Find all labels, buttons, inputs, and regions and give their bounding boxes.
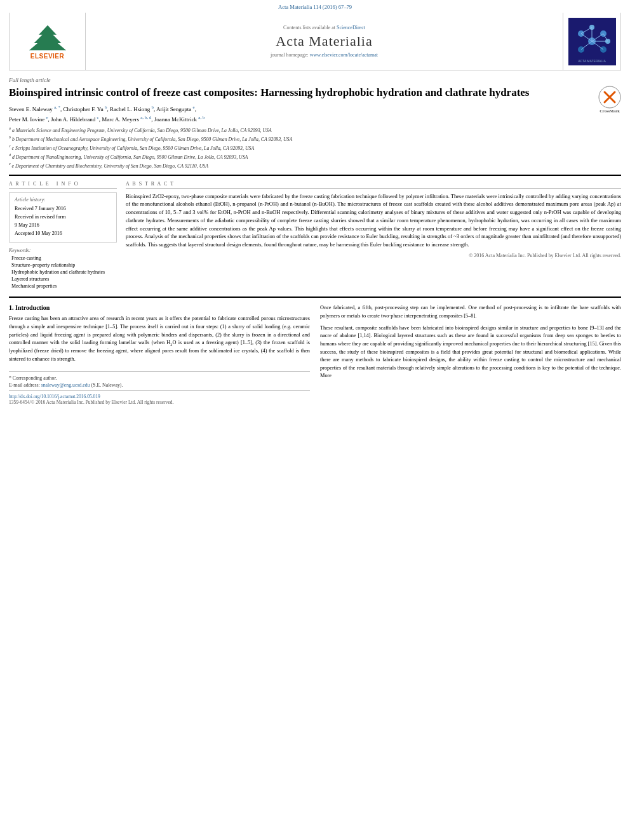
svg-text:ACTA MATERIALIA: ACTA MATERIALIA — [578, 59, 606, 63]
article-history-box: Article history: Received 7 January 2016… — [9, 192, 117, 243]
article-info-abstract-section: A R T I C L E I N F O Article history: R… — [9, 175, 621, 291]
keywords-label: Keywords: — [9, 248, 117, 253]
top-citation-text: Acta Materialia 114 (2016) 67–79 — [278, 4, 352, 10]
journal-name-section: Contents lists available at ScienceDirec… — [86, 13, 563, 70]
top-citation-bar: Acta Materialia 114 (2016) 67–79 — [0, 0, 630, 13]
revised-date: 9 May 2016 — [15, 222, 111, 229]
keywords-section: Keywords: Freeze-casting Structure–prope… — [9, 248, 117, 289]
abstract-text: Bioinspired ZrO2-epoxy, two-phase compos… — [126, 192, 621, 249]
left-column: A R T I C L E I N F O Article history: R… — [9, 181, 117, 291]
affiliation-e: e e Department of Chemistry and Biochemi… — [9, 161, 621, 170]
received-date: Received 7 January 2016 — [15, 205, 111, 212]
doi-line: http://dx.doi.org/10.1016/j.actamat.2016… — [9, 394, 310, 399]
main-content: Full length article Bioinspired intrinsi… — [9, 70, 621, 405]
journal-image-section: ACTA MATERIALIA — [563, 13, 620, 70]
affiliation-a: a a Materials Science and Engineering Pr… — [9, 126, 621, 134]
article-info-heading: A R T I C L E I N F O — [9, 181, 117, 189]
crossmark-label: CrossMark — [600, 109, 620, 114]
body-right-column: Once fabricated, a fifth, post-processin… — [320, 304, 621, 404]
bottom-meta: http://dx.doi.org/10.1016/j.actamat.2016… — [9, 390, 310, 405]
article-title-text: Bioinspired intrinsic control of freeze … — [9, 86, 529, 98]
keyword-2: Structure–property relationship — [9, 262, 117, 268]
affiliations-block: a a Materials Science and Engineering Pr… — [9, 126, 621, 169]
doi-link[interactable]: http://dx.doi.org/10.1016/j.actamat.2016… — [9, 394, 100, 399]
authors-text: Steven E. Naleway a, *, Christopher F. Y… — [9, 106, 196, 112]
abstract-heading: A B S T R A C T — [126, 181, 621, 189]
authors-text-2: Peter M. Iovine e, John A. Hildebrand c,… — [9, 116, 204, 123]
journal-header: ELSEVIER ELSEVIER Contents lists availab… — [9, 13, 621, 70]
keyword-5: Mechanical properties — [9, 283, 117, 289]
accepted-date: Accepted 10 May 2016 — [15, 230, 111, 237]
keyword-3: Hydrophobic hydration and clathrate hydr… — [9, 269, 117, 275]
copyright-line: © 2016 Acta Materialia Inc. Published by… — [126, 253, 621, 258]
keyword-1: Freeze-casting — [9, 255, 117, 261]
footnote-area: * Corresponding author. E-mail address: … — [9, 371, 310, 388]
right-column: A B S T R A C T Bioinspired ZrO2-epoxy, … — [126, 181, 621, 291]
elsevier-wordmark: ELSEVIER — [30, 53, 64, 60]
intro-title: 1. Introduction — [9, 304, 310, 311]
homepage-link[interactable]: www.elsevier.com/locate/actamat — [310, 52, 378, 58]
affiliation-d: d d Department of NanoEngineering, Unive… — [9, 152, 621, 161]
elsevier-logo-svg: ELSEVIER — [19, 23, 76, 51]
crossmark-badge[interactable]: CrossMark — [598, 86, 621, 114]
page-wrapper: Acta Materialia 114 (2016) 67–79 ELSEVIE… — [0, 0, 630, 840]
body-content: 1. Introduction Freeze casting has been … — [9, 297, 621, 404]
journal-homepage: journal homepage: www.elsevier.com/locat… — [271, 52, 378, 58]
article-type: Full length article — [9, 77, 621, 83]
corresponding-author-note: * Corresponding author. — [9, 375, 310, 381]
journal-cover-image: ACTA MATERIALIA — [568, 18, 616, 65]
sciencedirect-link[interactable]: ScienceDirect — [337, 25, 365, 30]
history-label: Article history: — [15, 197, 111, 203]
crossmark-icon — [598, 86, 621, 109]
contents-availability: Contents lists available at ScienceDirec… — [283, 25, 365, 30]
email-note: E-mail address: snaleway@eng.ucsd.edu (S… — [9, 382, 310, 388]
body-left-column: 1. Introduction Freeze casting has been … — [9, 304, 310, 404]
affiliation-b: b b Department of Mechanical and Aerospa… — [9, 135, 621, 143]
elsevier-logo-section: ELSEVIER ELSEVIER — [10, 13, 86, 70]
journal-title: Acta Materialia — [276, 33, 372, 50]
authors-line: Steven E. Naleway a, *, Christopher F. Y… — [9, 104, 621, 124]
email-link[interactable]: snaleway@eng.ucsd.edu — [41, 382, 90, 388]
intro-paragraph-1: Freeze casting has been an attractive ar… — [9, 315, 310, 363]
revised-label: Received in revised form — [15, 213, 111, 220]
keyword-4: Layered structures — [9, 276, 117, 282]
affiliation-c: c c Scripps Institution of Oceanography,… — [9, 143, 621, 152]
intro-paragraph-2: Once fabricated, a fifth, post-processin… — [320, 304, 621, 380]
article-title-block: Bioinspired intrinsic control of freeze … — [9, 86, 621, 99]
issn-line: 1359-6454/© 2016 Acta Materialia Inc. Pu… — [9, 399, 310, 405]
